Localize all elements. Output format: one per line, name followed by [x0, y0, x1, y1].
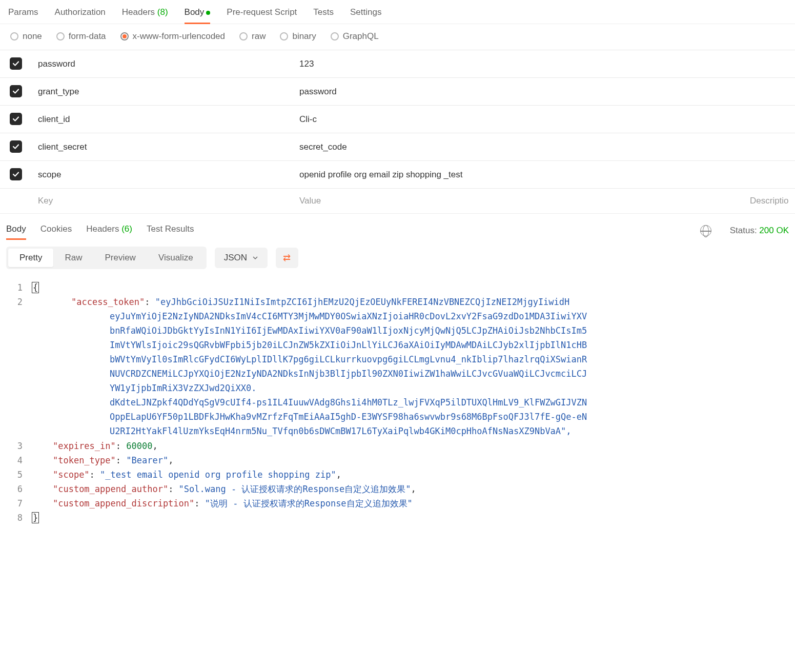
param-key[interactable]: scope: [32, 161, 293, 189]
request-tabs: ParamsAuthorizationHeaders (8)BodyPre-re…: [0, 0, 795, 24]
tab-params[interactable]: Params: [8, 4, 38, 24]
param-value[interactable]: password: [293, 78, 744, 106]
response-tab-cookies[interactable]: Cookies: [40, 222, 72, 239]
globe-icon[interactable]: [700, 225, 711, 236]
body-type-raw[interactable]: raw: [239, 31, 266, 42]
checkbox[interactable]: [10, 168, 22, 180]
response-tabs: BodyCookiesHeaders (6)Test Results Statu…: [0, 213, 795, 239]
body-type-binary[interactable]: binary: [280, 31, 316, 42]
param-row: client_idCli-c: [0, 106, 795, 133]
tab-authorization[interactable]: Authorization: [55, 4, 106, 24]
checkbox[interactable]: [10, 57, 22, 70]
body-type-none[interactable]: none: [10, 31, 42, 42]
response-tab-headers[interactable]: Headers (6): [86, 222, 132, 239]
chevron-down-icon: [252, 255, 258, 261]
value-placeholder[interactable]: Value: [293, 189, 744, 214]
param-value[interactable]: 123: [293, 50, 744, 78]
param-key[interactable]: client_secret: [32, 133, 293, 161]
param-row-placeholder: KeyValueDescriptio: [0, 189, 795, 214]
checkbox[interactable]: [10, 85, 22, 97]
key-placeholder[interactable]: Key: [32, 189, 293, 214]
param-row: scopeopenid profile org email zip shoppi…: [0, 161, 795, 189]
view-tab-raw[interactable]: Raw: [53, 249, 93, 267]
param-value[interactable]: openid profile org email zip shopping _t…: [293, 161, 744, 189]
param-row: client_secretsecret_code: [0, 133, 795, 161]
status-badge: Status: 200 OK: [730, 226, 789, 236]
param-row: grant_typepassword: [0, 78, 795, 106]
response-body[interactable]: 1{2 "access_token": "eyJhbGciOiJSUzI1NiI…: [0, 276, 795, 533]
tab-body[interactable]: Body: [185, 4, 211, 24]
body-type-GraphQL[interactable]: GraphQL: [331, 31, 379, 42]
param-value[interactable]: Cli-c: [293, 106, 744, 133]
param-key[interactable]: client_id: [32, 106, 293, 133]
param-key[interactable]: grant_type: [32, 78, 293, 106]
response-tab-test-results[interactable]: Test Results: [147, 222, 194, 239]
tab-headers[interactable]: Headers (8): [122, 4, 168, 24]
desc-placeholder[interactable]: Descriptio: [744, 189, 795, 214]
response-tab-body[interactable]: Body: [6, 222, 26, 239]
view-tab-preview[interactable]: Preview: [93, 249, 147, 267]
param-value[interactable]: secret_code: [293, 133, 744, 161]
body-type-selector: noneform-datax-www-form-urlencodedrawbin…: [0, 24, 795, 50]
view-tab-pretty[interactable]: Pretty: [8, 249, 53, 267]
view-toolbar: PrettyRawPreviewVisualize JSON ⇄: [0, 239, 795, 276]
checkbox[interactable]: [10, 140, 22, 153]
body-type-x-www-form-urlencoded[interactable]: x-www-form-urlencoded: [120, 31, 225, 42]
param-key[interactable]: password: [32, 50, 293, 78]
tab-pre-request-script[interactable]: Pre-request Script: [227, 4, 297, 24]
param-row: password123: [0, 50, 795, 78]
tab-settings[interactable]: Settings: [350, 4, 381, 24]
body-type-form-data[interactable]: form-data: [56, 31, 106, 42]
tab-tests[interactable]: Tests: [313, 4, 334, 24]
wrap-lines-button[interactable]: ⇄: [276, 248, 298, 268]
params-table: password123grant_typepasswordclient_idCl…: [0, 50, 795, 213]
view-tab-visualize[interactable]: Visualize: [147, 249, 205, 267]
format-dropdown[interactable]: JSON: [215, 248, 268, 268]
checkbox[interactable]: [10, 113, 22, 125]
